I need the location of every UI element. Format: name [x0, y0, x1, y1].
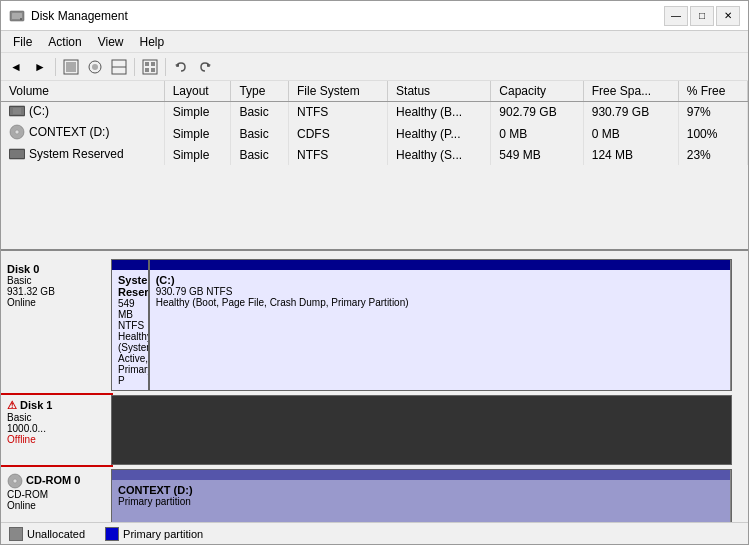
legend-unallocated-label: Unallocated [27, 528, 85, 540]
legend-primary-label: Primary partition [123, 528, 203, 540]
table-section: Volume Layout Type File System Status Ca… [1, 81, 748, 251]
volume-name: (C:) [29, 104, 49, 118]
hdd-icon [9, 148, 25, 160]
disk0-row: Disk 0 Basic 931.32 GB Online System Res… [1, 259, 748, 391]
cell-layout: Simple [164, 122, 231, 145]
toolbar-btn1[interactable] [60, 56, 82, 78]
disk0-size: 931.32 GB [7, 286, 105, 297]
cdrom0-name: CD-ROM 0 [7, 473, 105, 489]
title-controls: — □ ✕ [664, 6, 740, 26]
menu-view[interactable]: View [90, 33, 132, 51]
volumes-table: Volume Layout Type File System Status Ca… [1, 81, 748, 165]
menu-help[interactable]: Help [132, 33, 173, 51]
cell-pctfree: 100% [678, 122, 747, 145]
partition-sysreserved[interactable]: System Reserved 549 MB NTFS Healthy (Sys… [112, 260, 150, 390]
col-filesystem: File System [288, 81, 387, 102]
app-icon [9, 8, 25, 24]
menu-file[interactable]: File [5, 33, 40, 51]
menu-action[interactable]: Action [40, 33, 89, 51]
disk1-status: Offline [7, 434, 105, 445]
legend-primary-box [105, 527, 119, 541]
disk1-row: ⚠ Disk 1 Basic 1000.0... Offline [1, 395, 748, 465]
toolbar-sep2 [134, 58, 135, 76]
disk0-name: Disk 0 [7, 263, 105, 275]
disk0-type: Basic [7, 275, 105, 286]
title-bar: Disk Management — □ ✕ [1, 1, 748, 31]
cdrom-icon [7, 473, 23, 489]
volume-name: CONTEXT (D:) [29, 125, 109, 139]
col-layout: Layout [164, 81, 231, 102]
disk0-status: Online [7, 297, 105, 308]
col-capacity: Capacity [491, 81, 583, 102]
toolbar-btn4[interactable] [139, 56, 161, 78]
col-freespace: Free Spa... [583, 81, 678, 102]
svg-rect-24 [10, 150, 24, 158]
partition-size: 930.79 GB NTFS [156, 286, 724, 297]
svg-rect-1 [12, 13, 22, 19]
cell-freespace: 124 MB [583, 145, 678, 165]
toolbar-back[interactable]: ◄ [5, 56, 27, 78]
disk1-label: ⚠ Disk 1 Basic 1000.0... Offline [1, 395, 111, 465]
toolbar-redo[interactable] [194, 56, 216, 78]
menu-bar: File Action View Help [1, 31, 748, 53]
legend-primary: Primary partition [105, 527, 203, 541]
partition-c[interactable]: (C:) 930.79 GB NTFS Healthy (Boot, Page … [150, 260, 731, 390]
toolbar-sep3 [165, 58, 166, 76]
toolbar-undo[interactable] [170, 56, 192, 78]
cd-icon [9, 124, 25, 140]
table-row[interactable]: (C:) Simple Basic NTFS Healthy (B... 902… [1, 102, 748, 123]
cell-status: Healthy (B... [388, 102, 491, 123]
col-type: Type [231, 81, 289, 102]
toolbar-btn3[interactable] [108, 56, 130, 78]
partition-info: Primary partition [118, 496, 724, 507]
minimize-button[interactable]: — [664, 6, 688, 26]
cell-pctfree: 23% [678, 145, 747, 165]
col-status: Status [388, 81, 491, 102]
disk0-partition-bar: System Reserved 549 MB NTFS Healthy (Sys… [112, 260, 731, 390]
toolbar: ◄ ► [1, 53, 748, 81]
svg-rect-12 [145, 68, 149, 72]
hdd-icon [9, 105, 25, 117]
toolbar-sep1 [55, 58, 56, 76]
cell-capacity: 549 MB [491, 145, 583, 165]
partition-info: Healthy (Boot, Page File, Crash Dump, Pr… [156, 297, 724, 308]
cell-layout: Simple [164, 102, 231, 123]
svg-rect-11 [151, 62, 155, 66]
cdrom0-status: Online [7, 500, 105, 511]
svg-rect-13 [151, 68, 155, 72]
cell-volume: System Reserved [1, 145, 164, 165]
close-button[interactable]: ✕ [716, 6, 740, 26]
partition-name: System Reserved [118, 274, 142, 298]
title-bar-left: Disk Management [9, 8, 128, 24]
partition-context[interactable]: CONTEXT (D:) Primary partition [112, 470, 731, 522]
cell-filesystem: NTFS [288, 102, 387, 123]
partition-name: (C:) [156, 274, 724, 286]
cell-freespace: 0 MB [583, 122, 678, 145]
disk1-name: ⚠ Disk 1 [7, 399, 105, 412]
svg-point-22 [15, 130, 19, 134]
disk-visual-section: Disk 0 Basic 931.32 GB Online System Res… [1, 251, 748, 522]
cell-freespace: 930.79 GB [583, 102, 678, 123]
svg-point-2 [20, 18, 22, 20]
toolbar-forward[interactable]: ► [29, 56, 51, 78]
partition-header [112, 470, 730, 480]
partition-header [112, 260, 148, 270]
svg-point-26 [13, 479, 17, 483]
partition-size: 549 MB NTFS [118, 298, 142, 331]
disk1-partitions [111, 395, 732, 465]
cell-pctfree: 97% [678, 102, 747, 123]
status-bar: Unallocated Primary partition [1, 522, 748, 544]
cdrom0-row: CD-ROM 0 CD-ROM Online CONTEXT (D:) Prim… [1, 469, 748, 522]
maximize-button[interactable]: □ [690, 6, 714, 26]
legend-unallocated-box [9, 527, 23, 541]
table-row[interactable]: System Reserved Simple Basic NTFS Health… [1, 145, 748, 165]
content-area: Volume Layout Type File System Status Ca… [1, 81, 748, 522]
cell-status: Healthy (S... [388, 145, 491, 165]
col-pctfree: % Free [678, 81, 747, 102]
table-row[interactable]: CONTEXT (D:) Simple Basic CDFS Healthy (… [1, 122, 748, 145]
legend-unallocated: Unallocated [9, 527, 85, 541]
toolbar-btn2[interactable] [84, 56, 106, 78]
svg-point-6 [92, 64, 98, 70]
svg-rect-4 [66, 62, 76, 72]
disk1-size: 1000.0... [7, 423, 105, 434]
